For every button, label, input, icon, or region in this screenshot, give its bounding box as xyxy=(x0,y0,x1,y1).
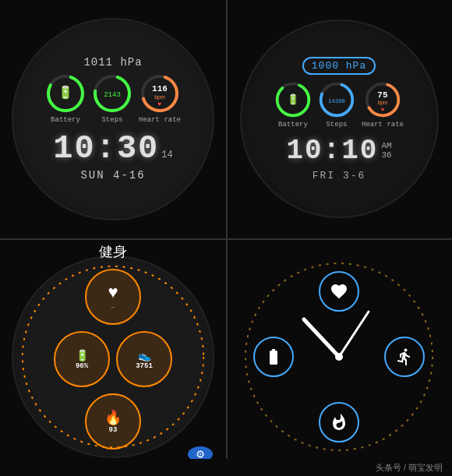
time-suffix-1: 14 xyxy=(161,150,172,160)
quadrant-4 xyxy=(226,238,452,477)
gauge-label-steps-2: Steps xyxy=(326,121,347,129)
gauges-row-1: 🔋 Battery 2143 Steps xyxy=(45,73,181,124)
heart-icon: ♥ xyxy=(108,284,118,303)
svg-text:116: 116 xyxy=(152,84,168,93)
bottom-bar-text: 头条号 / 萌宝发明 xyxy=(376,462,443,474)
svg-text:♥: ♥ xyxy=(158,100,162,108)
fitness-battery: 🔋 96% xyxy=(54,331,110,387)
heart-value: — xyxy=(111,303,115,310)
svg-text:🔋: 🔋 xyxy=(287,93,300,105)
ampm: AM xyxy=(381,141,391,150)
watch-face-3: 健身 ♥ — 🔋 96% 👟 3751 xyxy=(12,256,214,458)
svg-text:2143: 2143 xyxy=(104,91,121,99)
battery-value-q3: 96% xyxy=(76,362,88,370)
time-1: 10:30 xyxy=(53,130,159,167)
gauge-label-steps-1: Steps xyxy=(101,116,122,124)
watch-face-1: 1011 hPa 🔋 Battery xyxy=(12,18,214,220)
bottom-bar: 头条号 / 萌宝发明 xyxy=(0,459,452,476)
gauge-label-heartrate-2: Heart rate xyxy=(362,121,404,129)
pressure-label-1: 1011 hPa xyxy=(83,56,142,69)
gauge-wrap-heartrate-2: 75 bpm ♥ xyxy=(364,81,401,118)
fitness-calories-container: 🔥 93 xyxy=(54,393,172,450)
heartrate-gauge-svg: 116 bpm ♥ xyxy=(139,73,180,114)
gauge-wrap-battery-1: 🔋 xyxy=(45,73,86,114)
gauge-wrap-steps-2: 14398 xyxy=(318,81,355,118)
gauge-wrap-steps-1: 2143 xyxy=(92,73,132,114)
fitness-steps: 👟 3751 xyxy=(116,331,172,387)
gauge-battery-2: 🔋 Battery xyxy=(274,81,312,129)
calories-value-q3: 93 xyxy=(109,426,118,434)
svg-text:bpm: bpm xyxy=(378,100,388,106)
gauge-label-battery-2: Battery xyxy=(278,121,308,129)
ampm-col: AM 36 xyxy=(381,141,391,160)
battery-icon-q3: 🔋 xyxy=(76,349,89,362)
gauge-wrap-battery-2: 🔋 xyxy=(274,81,312,118)
battery-gauge-svg: 🔋 xyxy=(45,73,86,114)
svg-text:75: 75 xyxy=(377,90,388,100)
seconds: 36 xyxy=(381,150,391,160)
gauge-heartrate-2: 75 bpm ♥ Heart rate xyxy=(362,81,404,129)
gauge-steps-1: 2143 Steps xyxy=(92,73,132,124)
h-divider xyxy=(0,238,452,240)
steps-gauge-svg: 2143 xyxy=(92,73,132,114)
time-2: 10:10 xyxy=(286,135,378,167)
quadrant-3: 健身 ♥ — 🔋 96% 👟 3751 xyxy=(0,238,226,477)
steps-gauge-svg-2: 14398 xyxy=(318,81,355,118)
analog-face xyxy=(245,263,433,450)
svg-line-25 xyxy=(304,319,339,357)
fitness-grid: ♥ — 🔋 96% 👟 3751 � xyxy=(54,269,172,450)
gauges-row-2: 🔋 Battery 14398 Steps xyxy=(274,81,404,129)
fitness-heart: ♥ — xyxy=(85,269,141,325)
date-1: SUN 4-16 xyxy=(80,169,145,182)
steps-icon-q3: 👟 xyxy=(138,349,151,362)
fitness-steps-container: 👟 3751 xyxy=(116,331,172,387)
watch-face-2: 1000 hPa 🔋 Battery xyxy=(240,19,439,218)
clock-hands-svg xyxy=(245,263,433,450)
fitness-heart-container: ♥ — xyxy=(54,269,172,325)
steps-value-q3: 3751 xyxy=(136,362,153,370)
heartrate-gauge-svg-2: 75 bpm ♥ xyxy=(364,81,401,118)
svg-text:♥: ♥ xyxy=(381,107,385,113)
fitness-calories: 🔥 93 xyxy=(85,393,141,450)
quadrant-2: 1000 hPa 🔋 Battery xyxy=(226,0,452,238)
gauge-steps-2: 14398 Steps xyxy=(318,81,355,129)
gauge-wrap-heartrate-1: 116 bpm ♥ xyxy=(139,73,180,114)
gauge-label-battery-1: Battery xyxy=(51,116,80,124)
svg-point-27 xyxy=(335,353,343,361)
svg-text:🔋: 🔋 xyxy=(58,85,73,100)
quadrant-1: 1011 hPa 🔋 Battery xyxy=(0,0,226,238)
pressure-badge-2: 1000 hPa xyxy=(302,57,376,75)
gauge-label-heartrate-1: Heart rate xyxy=(139,116,181,124)
battery-gauge-svg-2: 🔋 xyxy=(274,81,312,118)
gauge-heartrate-1: 116 bpm ♥ Heart rate xyxy=(139,73,181,124)
svg-text:14398: 14398 xyxy=(328,97,345,104)
calories-icon-q3: 🔥 xyxy=(104,409,122,426)
fitness-battery-container: 🔋 96% xyxy=(54,331,110,387)
date-2: FRI 3-6 xyxy=(313,170,366,182)
clock-display-2: 10:10 AM 36 xyxy=(286,135,391,167)
clock-display-1: 10:30 14 xyxy=(53,130,172,167)
svg-line-26 xyxy=(339,312,369,357)
gauge-battery-1: 🔋 Battery xyxy=(45,73,86,124)
svg-text:bpm: bpm xyxy=(154,94,165,100)
